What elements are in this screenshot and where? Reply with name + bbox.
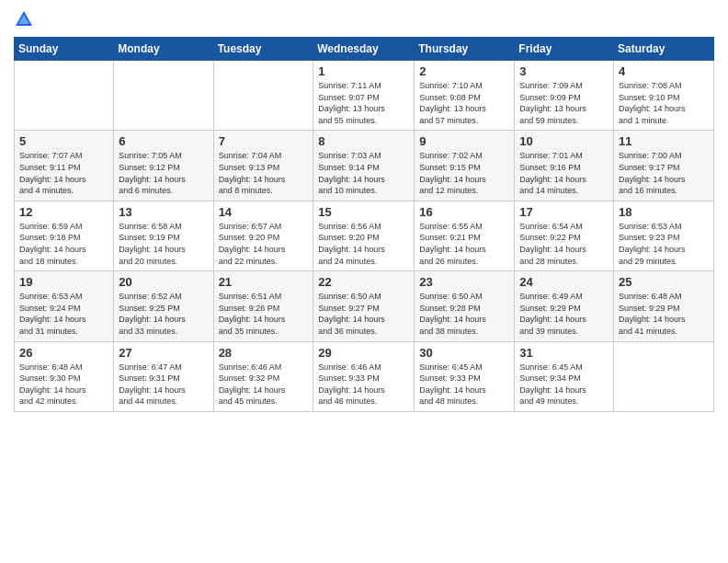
day-number: 1 — [318, 64, 409, 78]
day-number: 12 — [19, 205, 108, 219]
calendar-cell: 5Sunrise: 7:07 AM Sunset: 9:11 PM Daylig… — [15, 131, 114, 201]
calendar-cell: 4Sunrise: 7:08 AM Sunset: 9:10 PM Daylig… — [614, 61, 714, 131]
calendar-week-2: 5Sunrise: 7:07 AM Sunset: 9:11 PM Daylig… — [15, 131, 714, 201]
calendar: SundayMondayTuesdayWednesdayThursdayFrid… — [14, 37, 714, 412]
day-info: Sunrise: 7:09 AM Sunset: 9:09 PM Dayligh… — [519, 80, 609, 126]
day-number: 25 — [619, 275, 709, 289]
calendar-cell: 23Sunrise: 6:50 AM Sunset: 9:28 PM Dayli… — [415, 271, 515, 341]
calendar-cell — [15, 61, 114, 131]
calendar-week-1: 1Sunrise: 7:11 AM Sunset: 9:07 PM Daylig… — [15, 61, 714, 131]
day-info: Sunrise: 7:00 AM Sunset: 9:17 PM Dayligh… — [619, 150, 709, 196]
day-info: Sunrise: 6:57 AM Sunset: 9:20 PM Dayligh… — [219, 221, 309, 267]
day-number: 20 — [119, 275, 208, 289]
day-number: 27 — [119, 346, 208, 360]
calendar-cell: 6Sunrise: 7:05 AM Sunset: 9:12 PM Daylig… — [114, 131, 213, 201]
day-number: 22 — [318, 275, 409, 289]
day-info: Sunrise: 7:02 AM Sunset: 9:15 PM Dayligh… — [419, 150, 509, 196]
day-number: 26 — [19, 346, 108, 360]
calendar-cell: 9Sunrise: 7:02 AM Sunset: 9:15 PM Daylig… — [415, 131, 515, 201]
calendar-cell: 3Sunrise: 7:09 AM Sunset: 9:09 PM Daylig… — [515, 61, 614, 131]
calendar-week-4: 19Sunrise: 6:53 AM Sunset: 9:24 PM Dayli… — [15, 271, 714, 341]
calendar-cell: 24Sunrise: 6:49 AM Sunset: 9:29 PM Dayli… — [515, 271, 614, 341]
day-info: Sunrise: 6:50 AM Sunset: 9:27 PM Dayligh… — [318, 291, 409, 337]
calendar-cell: 30Sunrise: 6:45 AM Sunset: 9:33 PM Dayli… — [415, 341, 515, 411]
calendar-header-sunday: Sunday — [15, 38, 114, 61]
day-number: 17 — [519, 205, 609, 219]
day-number: 16 — [419, 205, 509, 219]
day-info: Sunrise: 6:54 AM Sunset: 9:22 PM Dayligh… — [519, 221, 609, 267]
day-info: Sunrise: 6:53 AM Sunset: 9:23 PM Dayligh… — [619, 221, 709, 267]
calendar-cell: 10Sunrise: 7:01 AM Sunset: 9:16 PM Dayli… — [515, 131, 614, 201]
day-number: 13 — [119, 205, 208, 219]
day-info: Sunrise: 6:47 AM Sunset: 9:31 PM Dayligh… — [119, 362, 208, 408]
day-info: Sunrise: 6:49 AM Sunset: 9:29 PM Dayligh… — [519, 291, 609, 337]
calendar-cell: 26Sunrise: 6:48 AM Sunset: 9:30 PM Dayli… — [15, 341, 114, 411]
calendar-cell: 13Sunrise: 6:58 AM Sunset: 9:19 PM Dayli… — [114, 201, 213, 270]
calendar-cell: 16Sunrise: 6:55 AM Sunset: 9:21 PM Dayli… — [415, 201, 515, 270]
day-number: 10 — [519, 134, 609, 148]
calendar-cell: 20Sunrise: 6:52 AM Sunset: 9:25 PM Dayli… — [114, 271, 213, 341]
day-info: Sunrise: 6:56 AM Sunset: 9:20 PM Dayligh… — [318, 221, 409, 267]
header — [14, 9, 714, 29]
day-info: Sunrise: 6:51 AM Sunset: 9:26 PM Dayligh… — [219, 291, 309, 337]
calendar-cell: 11Sunrise: 7:00 AM Sunset: 9:17 PM Dayli… — [614, 131, 714, 201]
calendar-cell: 22Sunrise: 6:50 AM Sunset: 9:27 PM Dayli… — [313, 271, 415, 341]
day-number: 30 — [419, 346, 509, 360]
day-info: Sunrise: 6:53 AM Sunset: 9:24 PM Dayligh… — [19, 291, 108, 337]
day-info: Sunrise: 7:08 AM Sunset: 9:10 PM Dayligh… — [619, 80, 709, 126]
calendar-header-thursday: Thursday — [415, 38, 515, 61]
calendar-cell: 1Sunrise: 7:11 AM Sunset: 9:07 PM Daylig… — [313, 61, 415, 131]
calendar-cell: 2Sunrise: 7:10 AM Sunset: 9:08 PM Daylig… — [415, 61, 515, 131]
day-number: 31 — [519, 346, 609, 360]
calendar-header-wednesday: Wednesday — [313, 38, 415, 61]
calendar-cell: 29Sunrise: 6:46 AM Sunset: 9:33 PM Dayli… — [313, 341, 415, 411]
calendar-cell: 27Sunrise: 6:47 AM Sunset: 9:31 PM Dayli… — [114, 341, 213, 411]
day-number: 15 — [318, 205, 409, 219]
day-info: Sunrise: 7:03 AM Sunset: 9:14 PM Dayligh… — [318, 150, 409, 196]
calendar-cell: 15Sunrise: 6:56 AM Sunset: 9:20 PM Dayli… — [313, 201, 415, 270]
calendar-cell: 14Sunrise: 6:57 AM Sunset: 9:20 PM Dayli… — [213, 201, 313, 270]
calendar-week-3: 12Sunrise: 6:59 AM Sunset: 9:18 PM Dayli… — [15, 201, 714, 270]
day-number: 9 — [419, 134, 509, 148]
day-info: Sunrise: 6:46 AM Sunset: 9:32 PM Dayligh… — [219, 362, 309, 408]
calendar-cell: 8Sunrise: 7:03 AM Sunset: 9:14 PM Daylig… — [313, 131, 415, 201]
logo — [14, 9, 38, 29]
calendar-header-friday: Friday — [515, 38, 614, 61]
calendar-cell: 31Sunrise: 6:45 AM Sunset: 9:34 PM Dayli… — [515, 341, 614, 411]
day-number: 18 — [619, 205, 709, 219]
day-info: Sunrise: 6:45 AM Sunset: 9:34 PM Dayligh… — [519, 362, 609, 408]
calendar-cell: 28Sunrise: 6:46 AM Sunset: 9:32 PM Dayli… — [213, 341, 313, 411]
day-info: Sunrise: 6:50 AM Sunset: 9:28 PM Dayligh… — [419, 291, 509, 337]
day-number: 19 — [19, 275, 108, 289]
day-number: 11 — [619, 134, 709, 148]
calendar-cell — [614, 341, 714, 411]
calendar-header-tuesday: Tuesday — [213, 38, 313, 61]
page: SundayMondayTuesdayWednesdayThursdayFrid… — [0, 0, 728, 563]
day-number: 5 — [19, 134, 108, 148]
calendar-cell: 18Sunrise: 6:53 AM Sunset: 9:23 PM Dayli… — [614, 201, 714, 270]
logo-icon — [14, 9, 34, 29]
calendar-header-row: SundayMondayTuesdayWednesdayThursdayFrid… — [15, 38, 714, 61]
day-number: 29 — [318, 346, 409, 360]
day-info: Sunrise: 6:46 AM Sunset: 9:33 PM Dayligh… — [318, 362, 409, 408]
day-info: Sunrise: 6:48 AM Sunset: 9:29 PM Dayligh… — [619, 291, 709, 337]
day-info: Sunrise: 7:05 AM Sunset: 9:12 PM Dayligh… — [119, 150, 208, 196]
calendar-cell — [114, 61, 213, 131]
calendar-header-monday: Monday — [114, 38, 213, 61]
day-info: Sunrise: 6:58 AM Sunset: 9:19 PM Dayligh… — [119, 221, 208, 267]
day-number: 7 — [219, 134, 309, 148]
day-number: 6 — [119, 134, 208, 148]
calendar-week-5: 26Sunrise: 6:48 AM Sunset: 9:30 PM Dayli… — [15, 341, 714, 411]
day-number: 28 — [219, 346, 309, 360]
day-info: Sunrise: 6:55 AM Sunset: 9:21 PM Dayligh… — [419, 221, 509, 267]
day-info: Sunrise: 7:10 AM Sunset: 9:08 PM Dayligh… — [419, 80, 509, 126]
calendar-cell: 21Sunrise: 6:51 AM Sunset: 9:26 PM Dayli… — [213, 271, 313, 341]
calendar-cell — [213, 61, 313, 131]
day-number: 14 — [219, 205, 309, 219]
day-info: Sunrise: 7:11 AM Sunset: 9:07 PM Dayligh… — [318, 80, 409, 126]
day-number: 2 — [419, 64, 509, 78]
day-info: Sunrise: 6:48 AM Sunset: 9:30 PM Dayligh… — [19, 362, 108, 408]
day-number: 24 — [519, 275, 609, 289]
calendar-cell: 12Sunrise: 6:59 AM Sunset: 9:18 PM Dayli… — [15, 201, 114, 270]
day-info: Sunrise: 7:07 AM Sunset: 9:11 PM Dayligh… — [19, 150, 108, 196]
